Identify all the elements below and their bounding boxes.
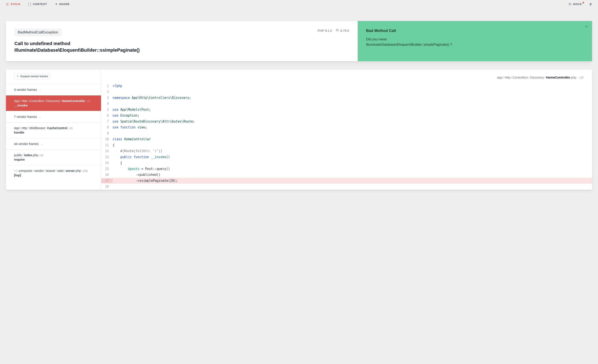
code-line: 17 ->ssimplePaginate(20); [101, 178, 592, 184]
solution-text: Did you mean Illuminate\Database\Eloquen… [366, 37, 584, 47]
code-line: 8use function view; [101, 124, 592, 130]
nav-context[interactable]: CONTEXT [28, 2, 47, 6]
nav-share-label: SHARE [59, 2, 70, 6]
share-icon [55, 3, 58, 6]
code-line: 6use Exception; [101, 113, 592, 119]
solution-title: Bad Method Call [366, 29, 584, 33]
code-line: 10class HomeController [101, 136, 592, 142]
solution-panel: ✕ Bad Method Call Did you mean Illuminat… [358, 21, 592, 61]
frames-sidebar: ⇅ Expand vendor frames 3 vendor frames ⌄… [6, 70, 101, 190]
top-nav: STACK CONTEXT SHARE DOCS [0, 0, 598, 8]
laravel-icon [336, 29, 339, 32]
code-pane: app/Http/Controllers/Discovery/HomeContr… [101, 70, 592, 190]
code-line: 13 public function __invoke() [101, 154, 592, 160]
error-header-card: PHP 8.1.0 8.79.0 BadMethodCallException … [6, 21, 592, 61]
code-listing: 1<?php23namespace App\Http\Controllers\D… [101, 83, 592, 190]
code-line: 9 [101, 130, 592, 136]
notification-dot-icon [582, 2, 584, 3]
code-line: 7use Spatie\RouteDiscovery\Attributes\Ro… [101, 119, 592, 124]
chevron-down-icon: ⌄ [39, 88, 41, 91]
code-line: 3namespace App\Http\Controllers\Discover… [101, 95, 592, 101]
code-line: 11{ [101, 142, 592, 148]
code-line: 14 { [101, 160, 592, 166]
settings-button[interactable] [589, 3, 592, 6]
nav-stack-label: STACK [11, 2, 21, 6]
vendor-frames-collapsed[interactable]: 44 vendor frames ⌄ [6, 138, 101, 149]
code-line: 1<?php [101, 83, 592, 89]
vendor-frames-collapsed[interactable]: 7 vendor frames ⌄ [6, 111, 101, 122]
nav-share[interactable]: SHARE [55, 2, 70, 6]
env-meta: PHP 8.1.0 8.79.0 [318, 29, 349, 32]
nav-context-label: CONTEXT [33, 2, 47, 6]
php-version: PHP 8.1.0 [318, 29, 332, 32]
code-line: 18 [101, 184, 592, 190]
exception-class-badge: BadMethodCallException [14, 29, 62, 36]
code-line: 4 [101, 101, 592, 107]
stack-card: ⇅ Expand vendor frames 3 vendor frames ⌄… [6, 70, 592, 190]
code-line: 12 #[Route(fullUri: '/')] [101, 148, 592, 154]
nav-stack[interactable]: STACK [6, 2, 21, 6]
svg-point-3 [590, 4, 591, 5]
stack-frame[interactable]: ~/.composer/vendor/laravel/valet/server.… [6, 165, 101, 181]
code-line: 16 ->published() [101, 172, 592, 178]
expand-icon: ⇅ [17, 75, 19, 78]
laravel-icon [569, 3, 572, 6]
stack-frame[interactable]: App\Http\Controllers\Discovery\HomeContr… [6, 95, 101, 111]
chevron-down-icon: ⌄ [39, 115, 41, 118]
expand-vendor-label: Expand vendor frames [20, 75, 48, 78]
expand-vendor-button[interactable]: ⇅ Expand vendor frames [14, 73, 51, 80]
laravel-version: 8.79.0 [340, 29, 349, 32]
chevron-down-icon: ⌄ [41, 142, 43, 145]
vendor-frames-collapsed[interactable]: 3 vendor frames ⌄ [6, 84, 101, 95]
code-line: 2 [101, 89, 592, 95]
stack-frame[interactable]: public/index.php:52require [6, 149, 101, 165]
stack-frame[interactable]: App\Http\Middleware\CacheControl:13handl… [6, 122, 101, 138]
gear-icon [589, 3, 592, 6]
nav-docs[interactable]: DOCS [569, 2, 585, 6]
context-icon [28, 3, 31, 6]
stack-icon [6, 3, 9, 6]
nav-docs-label: DOCS [573, 2, 582, 6]
code-line: 15 $posts = Post::query() [101, 166, 592, 172]
error-message: Call to undefined method Illuminate\Data… [14, 40, 349, 54]
file-path: app/Http/Controllers/Discovery/HomeContr… [101, 74, 592, 83]
close-icon[interactable]: ✕ [585, 24, 588, 29]
code-line: 5use App\Models\Post; [101, 107, 592, 113]
